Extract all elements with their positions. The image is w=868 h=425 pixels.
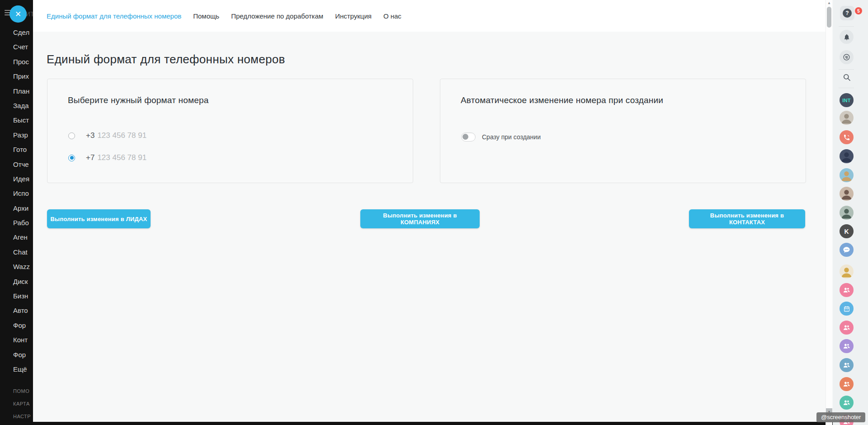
avatar-group-purple[interactable] xyxy=(840,339,854,353)
search-button[interactable] xyxy=(842,73,851,82)
sidebar-item-0[interactable]: Сдел xyxy=(13,25,30,40)
tab-instruction[interactable]: Инструкция xyxy=(335,12,372,20)
sidebar-item-7[interactable]: Разр xyxy=(13,128,30,142)
sidebar-item-16[interactable]: Wazz xyxy=(13,260,30,274)
int-widget-avatar[interactable]: INT xyxy=(840,93,854,107)
help-button[interactable]: ? 5 xyxy=(840,6,854,20)
avatar-group-teal[interactable] xyxy=(840,396,854,410)
avatar-group-pink-2[interactable] xyxy=(840,321,854,335)
feed-list-icon xyxy=(843,53,850,61)
tab-about[interactable]: О нас xyxy=(383,12,401,20)
auto-change-card: Автоматическое изменение номера при созд… xyxy=(440,79,806,183)
scroll-up-arrow-icon[interactable]: ▲ xyxy=(826,1,832,5)
sidebar-item-17[interactable]: Диск xyxy=(13,274,30,289)
sidebar-item-21[interactable]: Конт xyxy=(13,333,30,347)
format-card: Выберите нужный формат номера +3123 456 … xyxy=(47,79,413,183)
sidebar-item-10[interactable]: Идея xyxy=(13,172,30,186)
avatar-phone-widget[interactable] xyxy=(840,130,854,144)
avatar-group-pink-1[interactable] xyxy=(840,283,854,297)
main-content: Единый формат для телефонных номеров Выб… xyxy=(33,32,826,422)
radio-option-plus3[interactable]: +3123 456 78 91 xyxy=(68,131,146,141)
radio-prefix: +7 xyxy=(86,153,94,162)
avatar-group-orange[interactable] xyxy=(840,377,854,391)
avatar-photo-man-3[interactable] xyxy=(840,168,854,182)
sidebar-item-2[interactable]: Прос xyxy=(13,55,30,69)
divider xyxy=(839,69,854,70)
avatar-calendar[interactable] xyxy=(840,302,854,316)
sidebar-item-19[interactable]: Авто xyxy=(13,303,30,318)
bottom-edge-strip xyxy=(33,422,833,425)
right-widget-dock: ? 5 INT K xyxy=(833,0,868,425)
divider xyxy=(839,26,854,27)
scrollbar-thumb[interactable] xyxy=(827,7,831,28)
left-sidebar: Бит ✕ СделСчетПросПрихПланЗадаБыстРазрГо… xyxy=(0,0,33,425)
tab-help[interactable]: Помощь xyxy=(193,12,219,20)
notification-badge: 5 xyxy=(855,7,862,14)
avatar-letter-k[interactable]: K xyxy=(840,224,854,238)
avatar-photo-man-1[interactable] xyxy=(840,111,854,125)
sidebar-footer-item-1[interactable]: КАРТА xyxy=(13,397,31,410)
toggle-knob-icon xyxy=(462,134,468,140)
page-title: Единый формат для телефонных номеров xyxy=(47,52,285,66)
tab-phone-format-active[interactable]: Единый формат для телефонных номеров xyxy=(47,12,181,20)
close-icon: ✕ xyxy=(15,9,21,19)
page-scrollbar[interactable]: ▲ ▼ xyxy=(826,0,832,425)
radio-icon xyxy=(68,155,75,161)
auto-change-card-heading: Автоматическое изменение номера при созд… xyxy=(461,95,663,105)
avatar-cartoon-woman[interactable] xyxy=(840,264,854,279)
toggle-label: Сразу при создании xyxy=(482,133,541,141)
radio-prefix: +3 xyxy=(86,131,94,140)
avatar-photo-man-4[interactable] xyxy=(840,206,854,220)
sidebar-item-5[interactable]: Зада xyxy=(13,99,30,113)
screenshoter-watermark: @screenshoter xyxy=(816,412,865,422)
sidebar-footer-menu: ПОМОКАРТАНАСТР xyxy=(13,385,31,423)
avatar-group-chat[interactable] xyxy=(840,243,854,257)
sidebar-item-14[interactable]: Аген xyxy=(13,230,30,245)
sidebar-item-11[interactable]: Испо xyxy=(13,186,30,201)
question-mark-icon: ? xyxy=(843,9,852,18)
radio-icon xyxy=(68,132,75,139)
sidebar-footer-item-0[interactable]: ПОМО xyxy=(13,385,31,397)
sidebar-item-4[interactable]: План xyxy=(13,84,30,99)
avatar-group-blue[interactable] xyxy=(840,358,854,372)
avatar-photo-man-2[interactable] xyxy=(840,149,854,163)
sidebar-item-9[interactable]: Отче xyxy=(13,157,30,172)
avatar-photo-woman[interactable] xyxy=(840,187,854,201)
feed-button[interactable] xyxy=(840,50,854,64)
sidebar-menu: СделСчетПросПрихПланЗадаБыстРазрГотоОтче… xyxy=(13,25,30,377)
apply-contacts-button[interactable]: Выполнить изменения в КОНТАКТАХ xyxy=(689,209,805,228)
tab-improvement-suggestions[interactable]: Предложение по доработкам xyxy=(231,12,323,20)
format-card-heading: Выберите нужный формат номера xyxy=(68,95,209,105)
notifications-bell-button[interactable] xyxy=(840,30,854,44)
search-icon xyxy=(842,73,851,82)
top-nav: Единый формат для телефонных номеров Пом… xyxy=(33,0,826,32)
sidebar-item-1[interactable]: Счет xyxy=(13,40,30,54)
sidebar-item-15[interactable]: Chat xyxy=(13,245,30,260)
apply-leads-button[interactable]: Выполнить изменения в ЛИДАХ xyxy=(47,209,151,228)
radio-option-plus7[interactable]: +7123 456 78 91 xyxy=(68,153,146,163)
sidebar-item-22[interactable]: Фор xyxy=(13,348,30,362)
topbar: Единый формат для телефонных номеров Пом… xyxy=(33,0,826,32)
sidebar-item-3[interactable]: Прих xyxy=(13,69,30,84)
radio-number: 123 456 78 91 xyxy=(97,153,146,162)
sidebar-item-12[interactable]: Архи xyxy=(13,201,30,216)
bell-icon xyxy=(843,33,850,41)
sidebar-item-20[interactable]: Фор xyxy=(13,318,30,333)
apply-companies-button[interactable]: Выполнить изменения в КОМПАНИЯХ xyxy=(360,209,480,228)
close-sidebar-button[interactable]: ✕ xyxy=(9,5,27,23)
sidebar-item-8[interactable]: Гото xyxy=(13,142,30,157)
divider xyxy=(839,88,854,88)
sidebar-item-23[interactable]: Ещё xyxy=(13,362,30,377)
sidebar-item-6[interactable]: Быст xyxy=(13,113,30,128)
sidebar-item-18[interactable]: Бизн xyxy=(13,289,30,303)
sidebar-item-13[interactable]: Рабо xyxy=(13,216,30,230)
toggle-row-create-immediately[interactable]: Сразу при создании xyxy=(461,132,541,142)
radio-number: 123 456 78 91 xyxy=(97,131,146,140)
toggle-switch[interactable] xyxy=(461,132,476,142)
sidebar-footer-item-2[interactable]: НАСТР xyxy=(13,410,31,423)
